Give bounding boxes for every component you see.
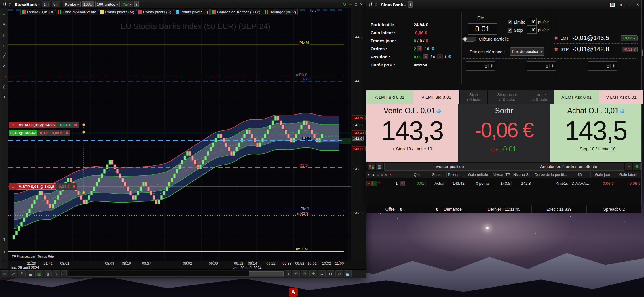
scroll-right-icon[interactable]: › bbox=[286, 270, 291, 277]
price-offset-spinner[interactable]: 0▲▼ bbox=[466, 61, 495, 71]
price-offset-spinner[interactable]: 0▲▼ bbox=[527, 61, 556, 71]
limit-order-button[interactable]: A LMT Bid 0,01 bbox=[366, 90, 413, 104]
add-study-icon[interactable]: ✚ bbox=[309, 270, 317, 277]
indicator-badge[interactable]: Bandes de Keltner (30 2) bbox=[210, 9, 262, 15]
redo-icon[interactable]: ↷ bbox=[301, 270, 308, 277]
gears-icon[interactable]: ⚙ bbox=[385, 173, 387, 176]
units-short-button[interactable]: 100U bbox=[82, 1, 94, 7]
text-icon[interactable]: T bbox=[0, 95, 8, 99]
info-button[interactable]: i bbox=[408, 1, 413, 8]
limit-checkbox[interactable]: ✔ bbox=[508, 20, 512, 24]
spinner-arrows[interactable]: ▲▼ bbox=[488, 64, 495, 68]
column-header[interactable]: Gain jour bbox=[590, 171, 615, 178]
minimize-button[interactable]: ─ bbox=[349, 2, 352, 7]
sell-row-icon[interactable]: ▼ bbox=[366, 181, 372, 186]
close-position-icon[interactable]: ✖ bbox=[399, 181, 406, 186]
sort-down-icon[interactable]: ▼ bbox=[367, 173, 370, 176]
timeframe-5m-button[interactable]: 5m bbox=[52, 1, 60, 7]
zoom-out-icon[interactable]: ⊖ bbox=[327, 270, 334, 277]
stop-checkbox[interactable]: ✔ bbox=[508, 28, 512, 33]
cancel-box-icon[interactable]: ✖ bbox=[423, 54, 428, 59]
buy-market-button[interactable]: Achat O.F. 0,01 143,5 + Stop 10 / Limite… bbox=[550, 104, 641, 162]
panel-symbol-selector[interactable]: StoxxBank▾ bbox=[381, 2, 406, 7]
qty-input[interactable] bbox=[468, 23, 497, 35]
inverse-position-button[interactable]: Inverser position bbox=[384, 163, 513, 171]
chart-type-selector[interactable]: Renko▾ bbox=[63, 1, 81, 7]
chart-scrollbar[interactable] bbox=[68, 271, 284, 277]
comment-icon[interactable]: ❝ bbox=[18, 270, 26, 277]
grid-layout-icon[interactable] bbox=[368, 163, 375, 170]
cancel-box-icon[interactable]: ✖ bbox=[417, 46, 422, 51]
buy-row-icon[interactable]: ▲ bbox=[372, 181, 377, 186]
cancel-box-dim-icon[interactable]: ✖ bbox=[437, 54, 443, 59]
time-axis[interactable]: jeu. 29 août 2024 ven. 30 août 2024 21:2… bbox=[8, 261, 351, 270]
close-button[interactable]: ✕ bbox=[636, 3, 639, 7]
limit-order-button[interactable]: A LMT Ask 0,01 bbox=[554, 90, 599, 104]
order-tag[interactable]: ↕V:STP 0,01 @ 142,8-0,31 €✖ bbox=[9, 183, 77, 190]
column-header[interactable]: ID bbox=[569, 171, 590, 178]
exit-position-button[interactable]: Sortir -0,06 € Qté +0,01 bbox=[458, 104, 550, 162]
wave-icon[interactable]: ≈ bbox=[0, 260, 8, 265]
limit-order-button[interactable]: V LMT Bid 0,01 bbox=[413, 90, 460, 104]
chart-orders-icon[interactable]: ≈ bbox=[625, 163, 632, 170]
zoom-in-icon[interactable]: ⊕ bbox=[335, 270, 343, 277]
indicator-badge[interactable]: Points pivots (J) bbox=[174, 9, 210, 15]
spinner-arrows[interactable]: ▲▼ bbox=[610, 64, 617, 68]
column-header[interactable]: Gain unitaire bbox=[466, 171, 491, 178]
cursor-icon[interactable]: ↖ bbox=[0, 22, 8, 27]
pending-adjust-button[interactable]: Stop profità 0 ticks bbox=[488, 90, 527, 104]
indicator-badge[interactable]: Zone d'Achat/Vente bbox=[56, 9, 98, 15]
pin-icon[interactable]: ◆ bbox=[620, 3, 622, 7]
tools-icon[interactable]: ⚒ bbox=[633, 163, 641, 170]
cancel-all-icon[interactable]: ✖ bbox=[389, 173, 392, 176]
reference-price-select[interactable]: Prix de position▾ bbox=[510, 47, 544, 56]
refresh-icon[interactable]: ↻ bbox=[343, 2, 346, 7]
ruler-icon[interactable]: ◇ bbox=[0, 84, 8, 89]
chart-style-button[interactable]: ▾ bbox=[121, 1, 133, 7]
bars-icon[interactable]: ▥ bbox=[35, 270, 43, 277]
spinner-arrows[interactable]: ▲▼ bbox=[549, 64, 556, 68]
order-tag-close-icon[interactable]: ✖ bbox=[72, 122, 78, 128]
cancel-order-icon[interactable]: ✖ bbox=[554, 47, 558, 52]
column-header[interactable]: Niveau TP bbox=[491, 171, 512, 178]
limit-order-button[interactable]: V LMT Ask 0,01 bbox=[599, 90, 643, 104]
order-tag-close-icon[interactable]: ✖ bbox=[71, 183, 77, 190]
position-row[interactable]: ▼▲⇅1✖0,01Achat143,420 points143,5142,84m… bbox=[366, 178, 641, 189]
panel-layout-icon[interactable] bbox=[610, 3, 615, 7]
undo-icon[interactable]: ↶ bbox=[292, 270, 300, 277]
rectangle-icon[interactable]: ▭ bbox=[0, 74, 8, 79]
info-button[interactable]: i bbox=[134, 1, 139, 7]
angle-icon[interactable]: ∠ bbox=[0, 64, 8, 68]
link-icon[interactable]: ∞✔ bbox=[9, 2, 11, 7]
magnet-icon[interactable]: ∩ bbox=[0, 43, 8, 47]
pending-adjust-button[interactable]: Limiteà 0 ticks bbox=[527, 90, 554, 104]
cancel-box-icon[interactable]: ✖ bbox=[400, 181, 405, 186]
drag-handle-icon[interactable]: ↕ bbox=[9, 122, 17, 128]
keyboard-icon[interactable]: ▦ bbox=[344, 270, 352, 277]
indicator-badge[interactable]: Points pivots (M) bbox=[99, 9, 136, 15]
indicator-badge[interactable]: Points pivots (S) bbox=[137, 9, 173, 15]
timeframe-1ti-button[interactable]: 1Ti bbox=[42, 1, 50, 7]
position-tag[interactable]: 0,01 @ 143,42-0,12-0,06 €✖ bbox=[9, 130, 70, 136]
sort-up-icon[interactable]: ▲ bbox=[372, 173, 375, 176]
price-axis[interactable]: 144,5144143,5143142,5143,58143,41143,414… bbox=[351, 8, 366, 261]
column-header[interactable]: Niveau SL bbox=[512, 171, 532, 178]
chart-symbol-selector[interactable]: StoxxBank▾ bbox=[15, 2, 40, 7]
cancel-order-icon[interactable]: ✖ bbox=[554, 35, 558, 41]
trendline-icon[interactable]: ╱ bbox=[0, 53, 8, 58]
keyboard-icon[interactable]: ▦ bbox=[376, 163, 383, 170]
collapse-icon[interactable]: « bbox=[53, 270, 60, 277]
trash-icon[interactable]: ▯ bbox=[0, 33, 8, 37]
link-icon[interactable]: ∞∞ bbox=[375, 2, 377, 7]
column-header[interactable]: Sens bbox=[426, 171, 446, 178]
indicator-badge[interactable]: Renko (0,05)≡ bbox=[20, 9, 55, 15]
order-tag-close-icon[interactable]: ✖ bbox=[64, 130, 70, 136]
order-tag[interactable]: ↕V:LMT 0,01 @ 143,5+0,04 €✖ bbox=[9, 122, 79, 128]
minimize-button[interactable]: ─ bbox=[625, 3, 628, 7]
indicator-badge[interactable]: Bollinger (30 2) bbox=[263, 9, 298, 15]
maximize-button[interactable]: □ bbox=[355, 2, 357, 7]
chart-canvas[interactable]: EU Stocks Banks Index (50 EUR) (SEP-24) … bbox=[8, 8, 351, 261]
maximize-button[interactable]: □ bbox=[631, 3, 633, 7]
zoom-fit-icon[interactable]: ↔ bbox=[318, 270, 326, 277]
sort-both-icon[interactable]: ⇅ bbox=[377, 173, 379, 176]
